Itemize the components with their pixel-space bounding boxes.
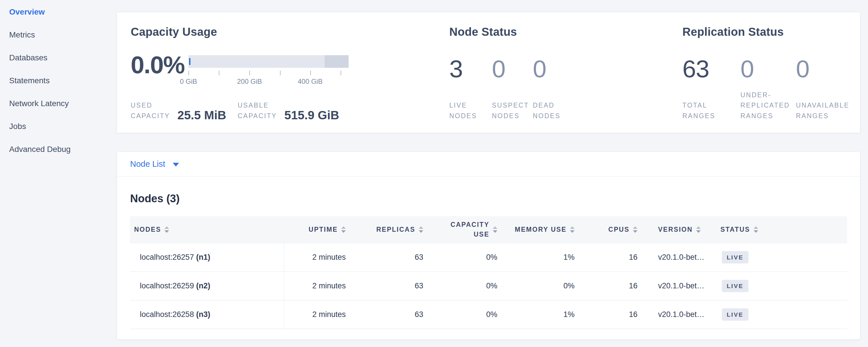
column-header-version[interactable]: VERSION	[638, 216, 715, 243]
live-nodes-label: LIVE NODES	[449, 100, 492, 121]
cluster-summary-card: Capacity Usage 0.0% 0 GiB 200 GiB 400 Gi…	[117, 12, 860, 133]
column-label: STATUS	[720, 226, 750, 233]
status-badge: LIVE	[722, 280, 748, 292]
node-address-link[interactable]: localhost:26257 (n1)	[140, 253, 210, 261]
capacity-bar-chart: 0 GiB 200 GiB 400 GiB	[188, 55, 349, 90]
replicas-cell: 63	[346, 243, 423, 272]
node-list-header: Node List	[117, 152, 860, 177]
node-address: localhost:26257	[140, 253, 194, 261]
suspect-nodes-stat: 0 SUSPECT NODES	[492, 55, 533, 121]
capacity-bar-used-segment	[189, 58, 190, 65]
replicas-cell: 63	[346, 300, 423, 329]
capacity-use-cell: 0%	[423, 300, 497, 329]
under-replicated-ranges-value: 0	[740, 55, 796, 83]
capacity-use-cell: 0%	[423, 272, 497, 300]
capacity-used-percent: 0.0%	[131, 51, 186, 79]
axis-tick	[249, 71, 250, 75]
unavailable-ranges-stat: 0 UNAVAILABLE RANGES	[796, 55, 849, 121]
column-label: NODES	[134, 226, 161, 233]
column-label: REPLICAS	[376, 226, 415, 233]
node-address-link[interactable]: localhost:26259 (n2)	[140, 282, 210, 290]
live-nodes-stat: 3 LIVE NODES	[449, 55, 492, 121]
sort-icon	[633, 226, 638, 233]
used-capacity-label: USED CAPACITY	[131, 100, 170, 121]
total-ranges-stat: 63 TOTAL RANGES	[682, 55, 740, 121]
column-header-uptime[interactable]: UPTIME	[284, 216, 346, 243]
cpus-cell: 16	[575, 272, 638, 300]
dead-nodes-value: 0	[533, 55, 561, 83]
under-replicated-ranges-label: UNDER- REPLICATED RANGES	[740, 90, 796, 121]
version-cell: v20.1.0-bet…	[638, 243, 715, 272]
node-status-section: Node Status 3 LIVE NODES 0 SUSPECT NODES…	[449, 12, 675, 133]
uptime-cell: 2 minutes	[284, 243, 346, 272]
capacity-bar-reserved-segment	[324, 55, 349, 68]
total-ranges-value: 63	[682, 55, 740, 83]
sort-icon	[570, 226, 575, 233]
node-address: localhost:26258	[140, 310, 194, 319]
axis-tick	[188, 71, 189, 75]
sidebar-item-advanced-debug[interactable]: Advanced Debug	[0, 138, 117, 161]
node-address-link[interactable]: localhost:26258 (n3)	[140, 310, 210, 319]
nodes-table: NODES UPTIME REPLICAS CAPACITY USE	[130, 216, 847, 329]
column-header-memory-use[interactable]: MEMORY USE	[497, 216, 575, 243]
column-header-nodes[interactable]: NODES	[130, 216, 284, 243]
unavailable-ranges-value: 0	[796, 55, 849, 83]
cpus-cell: 16	[575, 300, 638, 329]
replicas-cell: 63	[346, 272, 423, 300]
node-status-title: Node Status	[449, 26, 517, 38]
version-cell: v20.1.0-bet…	[638, 272, 715, 300]
total-ranges-label: TOTAL RANGES	[682, 100, 740, 121]
node-list-dropdown[interactable]: Node List	[130, 159, 179, 169]
node-list-card: Node List Nodes (3) NODES UPTIME	[117, 152, 860, 340]
table-header-row: NODES UPTIME REPLICAS CAPACITY USE	[130, 216, 847, 243]
sidebar-item-metrics[interactable]: Metrics	[0, 24, 117, 46]
sidebar-item-statements[interactable]: Statements	[0, 69, 117, 92]
suspect-nodes-label: SUSPECT NODES	[492, 100, 533, 121]
column-header-capacity-use[interactable]: CAPACITY USE	[423, 216, 497, 243]
status-badge: LIVE	[722, 251, 748, 263]
replication-status-title: Replication Status	[682, 26, 784, 38]
sort-icon	[341, 226, 346, 233]
usable-capacity-value: 515.9 GiB	[284, 108, 339, 122]
column-label: CAPACITY USE	[446, 220, 489, 240]
cpus-cell: 16	[575, 243, 638, 272]
uptime-cell: 2 minutes	[284, 272, 346, 300]
node-id: (n2)	[196, 282, 211, 290]
used-capacity-value: 25.5 MiB	[177, 108, 226, 122]
axis-tick	[341, 71, 341, 75]
live-nodes-value: 3	[449, 55, 492, 83]
column-label: MEMORY USE	[515, 226, 566, 233]
sidebar-item-network-latency[interactable]: Network Latency	[0, 92, 117, 115]
memory-use-cell: 1%	[497, 243, 575, 272]
sidebar-item-overview[interactable]: Overview	[0, 1, 117, 24]
column-header-cpus[interactable]: CPUS	[575, 216, 638, 243]
sidebar-item-jobs[interactable]: Jobs	[0, 115, 117, 138]
column-header-replicas[interactable]: REPLICAS	[346, 216, 423, 243]
node-list-dropdown-label: Node List	[130, 159, 165, 169]
capacity-use-cell: 0%	[423, 243, 497, 272]
nodes-count-heading: Nodes (3)	[130, 192, 860, 205]
version-cell: v20.1.0-bet…	[638, 300, 715, 329]
sort-icon	[696, 226, 701, 233]
memory-use-cell: 1%	[497, 300, 575, 329]
usable-capacity-label: USABLE CAPACITY	[238, 100, 277, 121]
sort-icon	[493, 226, 497, 233]
table-row: localhost:26257 (n1) 2 minutes 63 0% 1% …	[130, 243, 847, 272]
column-header-status[interactable]: STATUS	[715, 216, 847, 243]
capacity-usage-section: Capacity Usage 0.0% 0 GiB 200 GiB 400 Gi…	[131, 12, 448, 133]
under-replicated-ranges-stat: 0 UNDER- REPLICATED RANGES	[740, 55, 796, 121]
sidebar: Overview Metrics Databases Statements Ne…	[0, 0, 117, 161]
sidebar-item-databases[interactable]: Databases	[0, 46, 117, 69]
sort-icon	[419, 226, 423, 233]
axis-label: 400 GiB	[298, 77, 322, 86]
axis-label: 200 GiB	[237, 77, 262, 86]
sort-icon	[164, 226, 169, 233]
usable-capacity-stat: USABLE CAPACITY 515.9 GiB	[238, 100, 339, 121]
status-badge: LIVE	[722, 308, 748, 321]
chevron-down-icon	[173, 163, 179, 166]
capacity-bar	[188, 55, 349, 68]
column-label: CPUS	[608, 226, 629, 233]
node-id: (n1)	[196, 253, 211, 261]
used-capacity-stat: USED CAPACITY 25.5 MiB	[131, 100, 238, 121]
column-label: VERSION	[658, 226, 693, 233]
